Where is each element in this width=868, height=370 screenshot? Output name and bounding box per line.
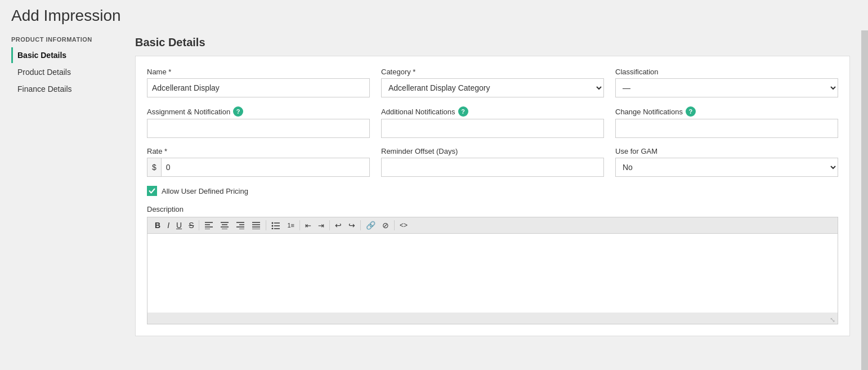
change-notifications-label: Change Notifications ? xyxy=(615,106,838,117)
toolbar-sep-2 xyxy=(266,220,266,230)
editor-footer: ⤡ xyxy=(147,313,838,324)
name-label: Name * xyxy=(147,68,370,76)
page-wrapper: Add Impression PRODUCT INFORMATION Basic… xyxy=(0,0,868,370)
form-group-additional-notifications: Additional Notifications ? xyxy=(381,106,604,138)
category-select[interactable]: Adcellerant Display Category xyxy=(381,78,604,97)
undo-button[interactable]: ↩ xyxy=(332,220,344,230)
additional-notifications-input[interactable] xyxy=(381,119,604,138)
bold-button[interactable]: B xyxy=(152,220,163,230)
use-for-gam-label: Use for GAM xyxy=(615,147,838,155)
align-justify-button[interactable] xyxy=(249,220,263,230)
form-card: Name * Category * Adcellerant Display Ca… xyxy=(135,56,850,336)
toolbar-sep-5 xyxy=(360,220,361,230)
redo-button[interactable]: ↪ xyxy=(346,220,358,230)
rate-input[interactable] xyxy=(161,158,370,177)
form-group-reminder-offset: Reminder Offset (Days) xyxy=(381,147,604,177)
sidebar: PRODUCT INFORMATION Basic Details Produc… xyxy=(0,30,124,370)
assignment-label: Assignment & Notification ? xyxy=(147,106,370,117)
svg-point-20 xyxy=(272,228,274,230)
svg-point-16 xyxy=(272,222,274,224)
description-label: Description xyxy=(147,205,838,213)
description-editor: B I U S xyxy=(147,217,838,324)
align-center-button[interactable] xyxy=(217,220,232,230)
form-group-change-notifications: Change Notifications ? xyxy=(615,106,838,138)
sidebar-item-product-details[interactable]: Product Details xyxy=(11,64,124,80)
unlink-button[interactable]: ⊘ xyxy=(379,220,392,230)
form-group-use-for-gam: Use for GAM NoYes xyxy=(615,147,838,177)
rate-group: $ xyxy=(147,158,370,177)
form-group-assignment: Assignment & Notification ? xyxy=(147,106,370,138)
reminder-offset-input[interactable] xyxy=(381,158,604,177)
section-heading: Basic Details xyxy=(135,36,850,49)
main-content: Basic Details Name * Category * Adceller… xyxy=(124,30,861,370)
align-left-button[interactable] xyxy=(202,220,216,230)
align-right-button[interactable] xyxy=(233,220,248,230)
link-button[interactable]: 🔗 xyxy=(363,220,378,230)
sidebar-item-finance-details[interactable]: Finance Details xyxy=(11,81,124,97)
form-group-rate: Rate * $ xyxy=(147,147,370,177)
form-row-1: Name * Category * Adcellerant Display Ca… xyxy=(147,68,838,97)
italic-button[interactable]: I xyxy=(164,220,172,230)
resize-handle-icon: ⤡ xyxy=(830,316,836,323)
page-title: Add Impression xyxy=(0,0,868,30)
change-notifications-input[interactable] xyxy=(615,119,838,138)
scrollbar[interactable] xyxy=(861,30,868,370)
rate-label: Rate * xyxy=(147,147,370,155)
reminder-offset-label: Reminder Offset (Days) xyxy=(381,147,604,155)
category-label: Category * xyxy=(381,68,604,76)
sidebar-section-label: PRODUCT INFORMATION xyxy=(11,36,124,43)
toolbar-sep-3 xyxy=(299,220,300,230)
allow-pricing-row: Allow User Defined Pricing xyxy=(147,186,838,196)
classification-label: Classification xyxy=(615,68,838,76)
assignment-input[interactable] xyxy=(147,119,370,138)
additional-notifications-help-icon[interactable]: ? xyxy=(458,106,468,117)
change-notifications-help-icon[interactable]: ? xyxy=(686,106,696,117)
strikethrough-button[interactable]: S xyxy=(186,220,196,230)
ordered-list-button[interactable]: 1≡ xyxy=(284,221,297,230)
use-for-gam-select[interactable]: NoYes xyxy=(615,158,838,177)
form-group-category: Category * Adcellerant Display Category xyxy=(381,68,604,97)
editor-body[interactable] xyxy=(147,234,838,313)
outdent-button[interactable]: ⇤ xyxy=(302,221,314,230)
toolbar-sep-4 xyxy=(329,220,330,230)
editor-toolbar: B I U S xyxy=(147,217,838,234)
form-group-classification: Classification — xyxy=(615,68,838,97)
allow-pricing-checkbox[interactable] xyxy=(147,186,157,196)
toolbar-sep-1 xyxy=(199,220,199,230)
classification-select[interactable]: — xyxy=(615,78,838,97)
form-group-name: Name * xyxy=(147,68,370,97)
content-area: PRODUCT INFORMATION Basic Details Produc… xyxy=(0,30,868,370)
additional-notifications-label: Additional Notifications ? xyxy=(381,106,604,117)
underline-button[interactable]: U xyxy=(173,220,185,230)
svg-point-18 xyxy=(272,225,274,227)
indent-button[interactable]: ⇥ xyxy=(315,221,327,230)
assignment-help-icon[interactable]: ? xyxy=(233,106,243,117)
rate-prefix: $ xyxy=(147,158,161,177)
toolbar-sep-6 xyxy=(394,220,395,230)
sidebar-item-basic-details[interactable]: Basic Details xyxy=(11,47,124,63)
form-row-3: Rate * $ Reminder Offset (Days) Use for … xyxy=(147,147,838,177)
allow-pricing-label: Allow User Defined Pricing xyxy=(162,187,248,195)
code-button[interactable]: <> xyxy=(397,221,410,230)
form-row-2: Assignment & Notification ? Additional N… xyxy=(147,106,838,138)
unordered-list-button[interactable] xyxy=(269,220,283,230)
name-input[interactable] xyxy=(147,78,370,97)
